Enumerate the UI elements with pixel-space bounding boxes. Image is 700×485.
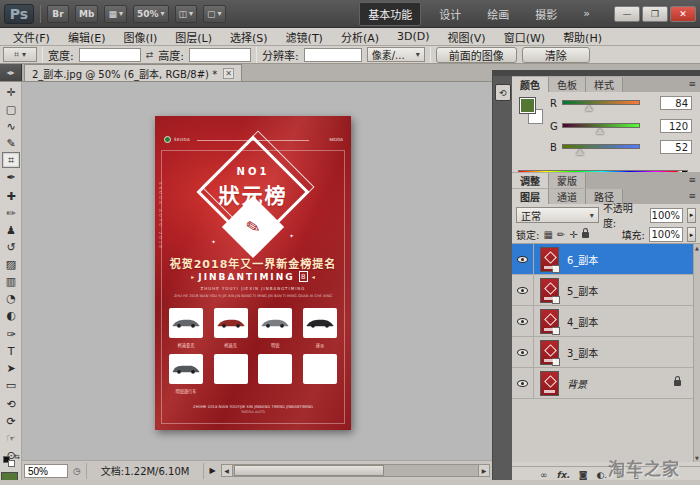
close-button[interactable]: ✕ (670, 6, 696, 22)
scrollbar-thumb[interactable] (234, 465, 384, 476)
minimize-button[interactable]: — (614, 6, 640, 22)
layer-name[interactable]: 4_副本 (567, 314, 598, 329)
menu-3d[interactable]: 3D(D) (388, 30, 439, 43)
fill-value[interactable]: 100% (649, 227, 683, 242)
brush-tool[interactable]: ✏ (2, 205, 20, 221)
red-value[interactable]: 84 (660, 96, 692, 110)
collapse-toolbar-button[interactable]: ◂▸ (0, 64, 22, 81)
link-layers-icon[interactable]: ∞ (540, 470, 548, 480)
close-tab-icon[interactable]: ✕ (223, 68, 234, 79)
dodge-tool[interactable]: ◐ (2, 307, 20, 323)
swap-colors-icon[interactable]: ⇆ (14, 453, 20, 461)
layer-name[interactable]: 背景 (567, 376, 587, 391)
visibility-toggle[interactable] (512, 275, 534, 305)
eyedropper-tool[interactable]: ✒ (2, 169, 20, 185)
rectangle-tool[interactable]: ▭ (2, 377, 20, 393)
workspace-photography[interactable]: 摄影 (527, 3, 565, 25)
path-selection-tool[interactable]: ➤ (2, 360, 20, 376)
restore-button[interactable]: ❐ (642, 6, 668, 22)
opacity-spinner-icon[interactable]: ▸ (687, 208, 696, 223)
layer-thumbnail[interactable] (540, 309, 559, 334)
zoom-percent-input[interactable] (24, 464, 68, 478)
pen-tool[interactable]: ✑ (2, 326, 20, 342)
screen-mode-button[interactable]: ▢ ▾ (203, 5, 226, 23)
scroll-down-icon[interactable]: ▼ (695, 455, 699, 461)
swap-dimensions-icon[interactable]: ⇄ (146, 50, 154, 60)
red-slider[interactable] (562, 100, 640, 105)
default-colors-icon[interactable]: ⇆ (3, 456, 19, 468)
tab-styles[interactable]: 样式 (586, 77, 623, 92)
layer-style-icon[interactable]: fx. (557, 470, 570, 480)
visibility-toggle[interactable] (512, 244, 534, 274)
tab-color[interactable]: 颜色 (512, 77, 549, 92)
layer-thumbnail[interactable] (540, 340, 559, 365)
menu-image[interactable]: 图像(I) (114, 29, 166, 45)
layer-row-background[interactable]: 背景 (512, 368, 693, 399)
arrange-documents-button[interactable]: ◫ ▾ (175, 5, 198, 23)
scroll-up-icon[interactable]: ▲ (695, 245, 699, 251)
menu-edit[interactable]: 编辑(E) (59, 29, 115, 45)
tab-adjustments[interactable]: 调整 (512, 173, 549, 188)
move-tool[interactable]: ✛ (2, 84, 20, 100)
layer-row-4-copy[interactable]: 4_副本 (512, 306, 693, 337)
green-value[interactable]: 120 (660, 119, 692, 133)
quick-selection-tool[interactable]: ✎ (2, 135, 20, 151)
history-brush-tool[interactable]: ↺ (2, 239, 20, 255)
width-input[interactable] (79, 48, 141, 62)
red-slider-thumb[interactable] (585, 105, 593, 111)
document-tab[interactable]: 2_副本.jpg @ 50% (6_副本, RGB/8#) * ✕ (24, 64, 242, 81)
hand-tool[interactable]: ☞ (2, 430, 20, 446)
workspace-painting[interactable]: 绘画 (479, 3, 517, 25)
history-panel-icon[interactable]: ⟲ (495, 84, 511, 101)
layer-name[interactable]: 5_副本 (567, 283, 598, 298)
height-input[interactable] (189, 48, 251, 62)
menu-window[interactable]: 窗口(W) (495, 29, 554, 45)
layer-thumbnail[interactable] (540, 371, 559, 396)
layer-name[interactable]: 3_副本 (567, 345, 598, 360)
crop-tool[interactable]: ⌗ (2, 152, 20, 168)
healing-brush-tool[interactable]: ✚ (2, 188, 20, 204)
layers-scrollbar[interactable]: ▲ ▼ (693, 244, 700, 462)
fill-spinner-icon[interactable]: ▸ (687, 227, 696, 242)
workspace-more-button[interactable]: » (575, 4, 598, 23)
scroll-left-icon[interactable]: ◀ (222, 465, 233, 476)
zoom-level-dropdown[interactable]: 50% ▾ (133, 5, 169, 23)
bridge-button[interactable]: Br (47, 5, 69, 23)
horizontal-scrollbar[interactable]: ◀ ▶ (221, 464, 490, 477)
blue-slider-thumb[interactable] (576, 149, 584, 155)
3d-rotate-tool[interactable]: ⟲ (2, 396, 20, 412)
menu-select[interactable]: 选择(S) (221, 29, 277, 45)
panel-menu-icon[interactable]: ≡ (688, 191, 696, 201)
layer-row-6-copy[interactable]: 6_副本 (512, 244, 693, 275)
panel-menu-icon[interactable]: ≡ (688, 79, 696, 89)
gradient-tool[interactable]: ▥ (2, 273, 20, 289)
marquee-tool[interactable]: ▢ (2, 101, 20, 117)
eraser-tool[interactable]: ▨ (2, 256, 20, 272)
lock-pixels-icon[interactable]: ✏ (557, 229, 565, 240)
panel-menu-icon[interactable]: ≡ (688, 175, 696, 185)
scroll-right-icon[interactable]: ▶ (478, 465, 489, 476)
menu-view[interactable]: 视图(V) (439, 29, 495, 45)
layer-row-5-copy[interactable]: 5_副本 (512, 275, 693, 306)
lock-position-icon[interactable]: ✛ (569, 229, 577, 240)
adjustment-layer-icon[interactable]: ◐. (596, 470, 607, 480)
tab-swatches[interactable]: 色板 (549, 77, 586, 92)
view-extras-button[interactable]: ▦ ▾ (104, 5, 127, 23)
blur-tool[interactable]: ◔ (2, 290, 20, 306)
menu-filter[interactable]: 滤镜(T) (277, 29, 332, 45)
tab-channels[interactable]: 通道 (549, 189, 586, 204)
layer-mask-icon[interactable]: ◙ (579, 470, 588, 480)
blend-mode-select[interactable]: 正常 ▾ (516, 207, 599, 223)
workspace-design[interactable]: 设计 (431, 3, 469, 25)
layer-row-3-copy[interactable]: 3_副本 (512, 337, 693, 368)
tab-layers[interactable]: 图层 (512, 189, 549, 204)
menu-analysis[interactable]: 分析(A) (332, 29, 388, 45)
menu-file[interactable]: 文件(F) (4, 29, 59, 45)
visibility-toggle[interactable] (512, 306, 534, 336)
lasso-tool[interactable]: ∿ (2, 118, 20, 134)
lock-transparency-icon[interactable]: ▦ (543, 229, 552, 240)
mini-bridge-button[interactable]: Mb (75, 5, 98, 23)
blue-slider[interactable] (562, 144, 640, 149)
tool-preset-picker[interactable]: ⌗ ▾ (3, 47, 37, 62)
layer-name[interactable]: 6_副本 (567, 252, 598, 267)
